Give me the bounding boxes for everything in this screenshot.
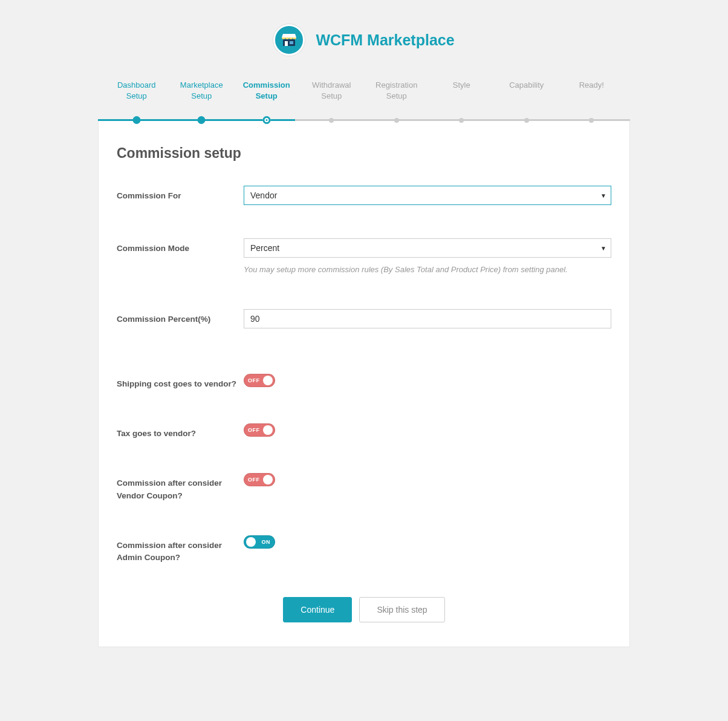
toggle-admin-coupon[interactable]: ON: [244, 535, 275, 549]
step-dot: [459, 118, 464, 123]
toggle-knob: [263, 376, 273, 385]
label-commission-for: Commission For: [117, 186, 244, 202]
toggle-knob: [263, 475, 273, 484]
step-3[interactable]: Withdrawal Setup: [299, 80, 365, 121]
step-label: Capability: [494, 80, 559, 91]
toggle-knob: [263, 425, 273, 435]
toggle-label: OFF: [248, 377, 260, 383]
select-commission-for[interactable]: Vendor: [244, 186, 611, 205]
step-2[interactable]: Commission Setup: [234, 80, 299, 121]
label-shipping-vendor: Shipping cost goes to vendor?: [117, 374, 244, 390]
step-label: Dashboard Setup: [104, 80, 169, 102]
header-title: WCFM Marketplace: [316, 31, 454, 49]
step-label: Style: [429, 80, 495, 91]
step-dot: [198, 116, 206, 124]
svg-rect-1: [285, 41, 288, 46]
step-label: Commission Setup: [234, 80, 299, 102]
step-dot: [262, 116, 270, 124]
row-commission-for: Commission For Vendor ▼: [117, 186, 611, 205]
row-commission-percent: Commission Percent(%): [117, 309, 611, 328]
label-vendor-coupon: Commission after consider Vendor Coupon?: [117, 473, 244, 502]
continue-button[interactable]: Continue: [283, 597, 352, 622]
toggle-shipping-vendor[interactable]: OFF: [244, 374, 275, 387]
label-commission-mode: Commission Mode: [117, 238, 244, 255]
step-dot: [589, 118, 594, 123]
logo-circle: [273, 24, 305, 56]
toggle-vendor-coupon[interactable]: OFF: [244, 473, 275, 486]
step-1[interactable]: Marketplace Setup: [169, 80, 235, 121]
input-commission-percent[interactable]: [244, 309, 611, 328]
row-tax-vendor: Tax goes to vendor? OFF: [117, 423, 611, 440]
toggle-label: OFF: [248, 427, 260, 433]
step-dot: [524, 118, 529, 123]
row-vendor-coupon: Commission after consider Vendor Coupon?…: [117, 473, 611, 502]
step-label: Marketplace Setup: [169, 80, 235, 102]
step-5[interactable]: Style: [429, 80, 495, 121]
actions: Continue Skip this step: [117, 597, 611, 622]
storefront-icon: [281, 33, 297, 47]
wizard-steps: Dashboard SetupMarketplace SetupCommissi…: [98, 80, 630, 121]
label-admin-coupon: Commission after consider Admin Coupon?: [117, 535, 244, 564]
step-dot: [329, 118, 334, 123]
skip-button[interactable]: Skip this step: [359, 597, 444, 622]
step-label: Registration Setup: [364, 80, 429, 102]
header: WCFM Marketplace: [98, 24, 630, 56]
row-shipping-vendor: Shipping cost goes to vendor? OFF: [117, 374, 611, 390]
step-6[interactable]: Capability: [494, 80, 559, 121]
step-4[interactable]: Registration Setup: [364, 80, 429, 121]
label-commission-percent: Commission Percent(%): [117, 309, 244, 325]
hint-commission-mode: You may setup more commission rules (By …: [244, 264, 611, 276]
panel: Commission setup Commission For Vendor ▼…: [98, 120, 630, 647]
label-tax-vendor: Tax goes to vendor?: [117, 423, 244, 440]
toggle-label: OFF: [248, 477, 260, 483]
step-label: Ready!: [559, 80, 625, 91]
row-admin-coupon: Commission after consider Admin Coupon? …: [117, 535, 611, 564]
step-7[interactable]: Ready!: [559, 80, 625, 121]
toggle-tax-vendor[interactable]: OFF: [244, 423, 275, 437]
row-commission-mode: Commission Mode Percent ▼ You may setup …: [117, 238, 611, 276]
step-label: Withdrawal Setup: [299, 80, 365, 102]
step-dot: [394, 118, 399, 123]
toggle-label: ON: [262, 539, 271, 545]
select-commission-mode[interactable]: Percent: [244, 238, 611, 258]
panel-title: Commission setup: [117, 145, 611, 161]
step-dot: [132, 116, 140, 124]
step-0[interactable]: Dashboard Setup: [104, 80, 169, 121]
toggle-knob: [246, 537, 256, 547]
svg-rect-2: [290, 41, 293, 44]
